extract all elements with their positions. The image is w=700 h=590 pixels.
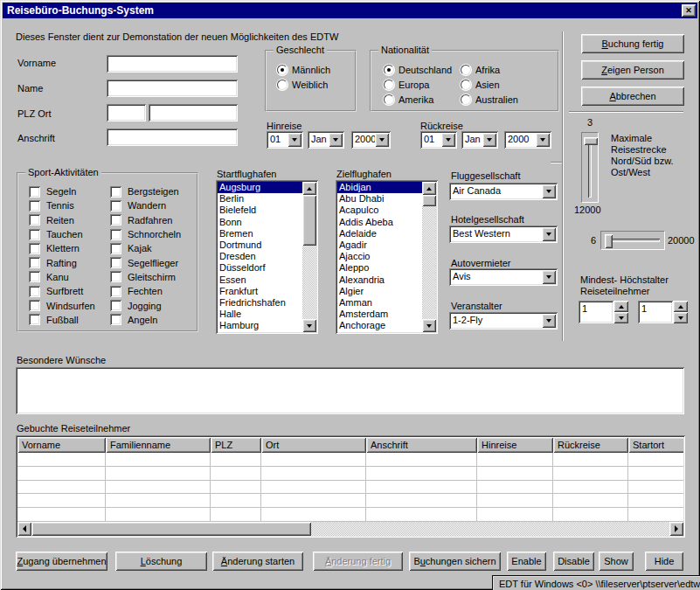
list-item[interactable]: Addis Abeba — [337, 217, 422, 228]
nationalitaet-radio-option[interactable]: Europa — [384, 77, 461, 92]
sport-checkbox-option[interactable]: Fechten — [110, 284, 181, 298]
vorname-input[interactable] — [107, 55, 238, 73]
hotelgesellschaft-select[interactable]: Best Western — [449, 226, 558, 243]
list-item[interactable]: Aleppo — [337, 262, 422, 274]
checkbox-icon[interactable] — [110, 229, 121, 240]
list-item[interactable]: Ajaccio — [337, 251, 422, 262]
list-item[interactable]: Alexandria — [337, 274, 422, 286]
list-item[interactable]: Agadir — [337, 239, 422, 251]
zugang-uebernehmen-button[interactable]: Zugang übernehmen — [16, 552, 107, 571]
column-header-rueckreise[interactable]: Rückreise — [553, 437, 628, 453]
list-item[interactable]: Amsterdam — [337, 309, 422, 320]
checkbox-icon[interactable] — [29, 257, 40, 268]
hinreise-year-select[interactable]: 2000 — [351, 131, 391, 149]
dropdown-arrow-icon[interactable] — [536, 133, 550, 147]
scroll-right-button[interactable] — [669, 522, 683, 536]
name-input[interactable] — [107, 80, 238, 97]
nationalitaet-radio-option[interactable]: Asien — [461, 77, 537, 92]
checkbox-icon[interactable] — [29, 200, 40, 212]
sport-checkbox-option[interactable]: Segeln — [29, 184, 95, 198]
close-button[interactable]: ✕ — [682, 4, 696, 17]
checkbox-icon[interactable] — [110, 257, 121, 268]
list-item[interactable]: Dortmund — [218, 239, 302, 251]
table-horizontal-scrollbar[interactable] — [17, 522, 683, 536]
scroll-down-button[interactable] — [422, 319, 436, 332]
table-row[interactable] — [17, 453, 683, 467]
fluggesellschaft-select[interactable]: Air Canada — [449, 183, 558, 200]
spin-down-button[interactable] — [613, 312, 628, 323]
hide-button[interactable]: Hide — [645, 552, 683, 571]
autovermieter-select[interactable]: Avis — [449, 268, 558, 286]
checkbox-icon[interactable] — [29, 243, 40, 254]
list-item[interactable]: Essen — [218, 274, 302, 286]
list-item[interactable]: Düsseldorf — [218, 262, 302, 274]
buchung-fertig-button[interactable]: Buchung fertig — [581, 34, 684, 53]
scroll-up-button[interactable] — [302, 182, 316, 195]
nationalitaet-radio-option[interactable]: Afrika — [461, 62, 537, 77]
sport-checkbox-option[interactable]: Radfahren — [110, 213, 181, 227]
sport-checkbox-option[interactable]: Angeln — [110, 313, 181, 327]
sport-checkbox-option[interactable]: Kanu — [29, 270, 95, 284]
loeschung-button[interactable]: Löschung — [115, 552, 207, 571]
list-item[interactable]: Adelaide — [337, 228, 422, 239]
abbrechen-button[interactable]: Abbrechen — [581, 87, 684, 106]
dropdown-arrow-icon[interactable] — [542, 227, 556, 241]
dropdown-arrow-icon[interactable] — [375, 133, 389, 147]
checkbox-icon[interactable] — [29, 286, 40, 297]
list-item[interactable]: Anchorage — [337, 320, 422, 331]
checkbox-icon[interactable] — [110, 214, 121, 226]
checkbox-icon[interactable] — [29, 186, 40, 198]
column-header-startort[interactable]: Startort — [628, 437, 683, 453]
sport-checkbox-option[interactable]: Segelflieger — [110, 255, 181, 269]
dropdown-arrow-icon[interactable] — [542, 184, 556, 198]
checkbox-icon[interactable] — [29, 300, 40, 311]
sport-checkbox-option[interactable]: Windsurfen — [29, 298, 95, 312]
list-item[interactable]: Abu Dhabi — [337, 193, 422, 205]
list-item[interactable]: Frankfurt — [218, 286, 302, 297]
anschrift-input[interactable] — [107, 128, 238, 146]
radio-icon[interactable] — [384, 94, 394, 105]
radio-icon[interactable] — [461, 65, 471, 75]
sport-checkbox-option[interactable]: Gleitschirm — [110, 270, 181, 284]
column-header-familienname[interactable]: Familienname — [106, 437, 211, 453]
radio-icon[interactable] — [461, 80, 471, 90]
list-item[interactable]: Amman — [337, 297, 422, 309]
list-item[interactable]: Friedrichshafen — [218, 297, 302, 309]
checkbox-icon[interactable] — [29, 214, 40, 226]
zeigen-person-button[interactable]: Zeigen Person — [581, 60, 684, 80]
rueckreise-year-select[interactable]: 2000 — [504, 131, 551, 149]
list-item[interactable]: Halle — [218, 309, 302, 320]
scrollbar-thumb[interactable] — [422, 195, 436, 206]
sport-checkbox-option[interactable]: Schnorcheln — [110, 227, 181, 241]
title-bar[interactable]: Reisebüro-Buchungs-System ✕ — [3, 3, 697, 18]
radio-icon[interactable] — [461, 94, 471, 105]
list-item[interactable]: Bremen — [218, 228, 302, 239]
nationalitaet-radio-option[interactable]: Deutschland — [384, 62, 461, 77]
column-header-plz[interactable]: PLZ — [211, 437, 261, 453]
spin-down-button[interactable] — [673, 312, 688, 323]
nationalitaet-radio-option[interactable]: Amerika — [384, 92, 461, 107]
hoechstalter-input[interactable]: 1 — [638, 301, 673, 323]
checkbox-icon[interactable] — [29, 271, 40, 282]
zielflughafen-items[interactable]: AbidjanAbu DhabiAcapulcoAddis AbebaAdela… — [337, 182, 422, 332]
background-window-fragment[interactable]: EDT für Windows <0> \\fileserver\ptserve… — [492, 575, 700, 590]
sport-checkbox-option[interactable]: Klettern — [29, 241, 95, 255]
veranstalter-select[interactable]: 1-2-Fly — [449, 312, 558, 330]
table-row[interactable] — [17, 481, 683, 495]
checkbox-icon[interactable] — [110, 271, 121, 282]
checkbox-icon[interactable] — [110, 186, 121, 198]
dropdown-arrow-icon[interactable] — [542, 314, 556, 328]
sport-checkbox-option[interactable]: Wandern — [110, 198, 181, 212]
checkbox-icon[interactable] — [110, 200, 121, 212]
scroll-up-button[interactable] — [422, 182, 436, 195]
dropdown-arrow-icon[interactable] — [542, 270, 556, 284]
mindestalter-input[interactable]: 1 — [579, 301, 613, 323]
sport-checkbox-option[interactable]: Tauchen — [29, 227, 95, 241]
table-row[interactable] — [17, 467, 683, 481]
enable-button[interactable]: Enable — [507, 552, 546, 571]
radio-icon[interactable] — [384, 65, 394, 75]
aenderung-fertig-button[interactable]: Änderung fertig — [313, 552, 403, 571]
scroll-down-button[interactable] — [302, 319, 316, 332]
plz-input[interactable] — [107, 104, 146, 121]
scrollbar-thumb[interactable] — [31, 522, 311, 536]
